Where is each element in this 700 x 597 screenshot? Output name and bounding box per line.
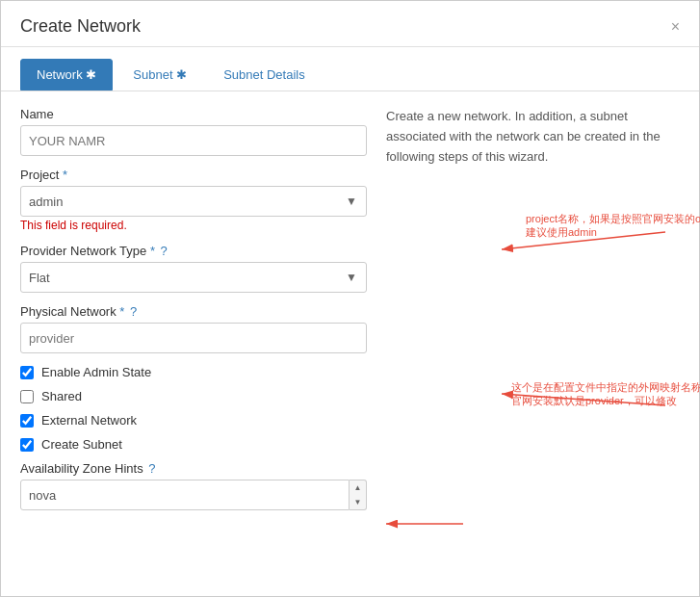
external-network-group: External Network bbox=[20, 413, 367, 428]
provider-network-type-star: * bbox=[150, 244, 155, 258]
name-input[interactable] bbox=[20, 125, 367, 156]
availability-zone-scroll[interactable]: ▲ ▼ bbox=[350, 480, 367, 510]
provider-network-type-group: Provider Network Type * ? Flat VLAN VXLA… bbox=[20, 244, 367, 293]
shared-label[interactable]: Shared bbox=[41, 389, 82, 403]
svg-text:这个是在配置文件中指定的外网映射名称: 这个是在配置文件中指定的外网映射名称 bbox=[511, 381, 700, 393]
tab-subnet-star: ✱ bbox=[176, 67, 187, 82]
annotations-svg: project名称，如果是按照官网安装的openstack 建议使用admin … bbox=[367, 107, 700, 597]
modal-header: Create Network × bbox=[1, 1, 699, 47]
project-required-star: * bbox=[63, 168, 67, 182]
scroll-up-icon: ▲ bbox=[354, 483, 362, 492]
create-subnet-checkbox[interactable] bbox=[20, 438, 34, 452]
physical-network-star: * bbox=[119, 304, 124, 319]
svg-text:官网安装默认是provider，可以修改: 官网安装默认是provider，可以修改 bbox=[511, 395, 677, 406]
scroll-down-icon: ▼ bbox=[354, 498, 362, 506]
create-subnet-group: Create Subnet bbox=[20, 437, 367, 452]
shared-group: Shared bbox=[20, 389, 367, 403]
create-subnet-label[interactable]: Create Subnet bbox=[41, 437, 122, 452]
tab-subnet-details[interactable]: Subnet Details bbox=[207, 59, 322, 91]
svg-text:建议使用admin: 建议使用admin bbox=[525, 226, 597, 238]
info-section: Create a new network. In addition, a sub… bbox=[386, 107, 680, 522]
project-group: Project * admin ▼ This field is required… bbox=[20, 168, 367, 232]
enable-admin-state-group: Enable Admin State bbox=[20, 365, 367, 379]
tab-subnet[interactable]: Subnet ✱ bbox=[117, 59, 203, 91]
provider-network-type-select[interactable]: Flat VLAN VXLAN GRE bbox=[20, 262, 367, 293]
provider-network-type-help-icon[interactable]: ? bbox=[161, 244, 168, 258]
external-network-label[interactable]: External Network bbox=[41, 413, 137, 428]
enable-admin-state-checkbox[interactable] bbox=[20, 366, 34, 379]
physical-network-label: Physical Network * ? bbox=[20, 304, 367, 319]
availability-zone-input[interactable] bbox=[20, 480, 350, 510]
availability-zone-label: Availability Zone Hints ? bbox=[20, 461, 367, 476]
physical-network-group: Physical Network * ? bbox=[20, 304, 367, 353]
physical-network-help-icon[interactable]: ? bbox=[130, 304, 137, 319]
tab-network[interactable]: Network ✱ bbox=[20, 59, 113, 91]
form-section: Name Project * admin ▼ This field is req… bbox=[20, 107, 367, 522]
enable-admin-state-label[interactable]: Enable Admin State bbox=[41, 365, 151, 379]
availability-zone-group: Availability Zone Hints ? ▲ ▼ bbox=[20, 461, 367, 510]
shared-checkbox[interactable] bbox=[20, 390, 34, 403]
provider-network-type-label: Provider Network Type * ? bbox=[20, 244, 367, 258]
create-network-modal: Create Network × Network ✱ Subnet ✱ Subn… bbox=[0, 0, 700, 597]
tab-bar: Network ✱ Subnet ✱ Subnet Details bbox=[1, 47, 699, 91]
modal-body: Name Project * admin ▼ This field is req… bbox=[1, 91, 699, 537]
tab-subnet-details-label: Subnet Details bbox=[223, 67, 305, 82]
tab-subnet-label: Subnet bbox=[133, 67, 172, 82]
modal-title: Create Network bbox=[20, 16, 141, 37]
physical-network-input[interactable] bbox=[20, 323, 367, 353]
project-select[interactable]: admin bbox=[20, 186, 367, 217]
close-button[interactable]: × bbox=[671, 19, 680, 35]
tab-network-label: Network bbox=[37, 67, 83, 82]
availability-zone-wrap: ▲ ▼ bbox=[20, 480, 367, 510]
name-group: Name bbox=[20, 107, 367, 156]
project-select-wrap: admin ▼ bbox=[20, 186, 367, 217]
provider-network-type-select-wrap: Flat VLAN VXLAN GRE ▼ bbox=[20, 262, 367, 293]
external-network-checkbox[interactable] bbox=[20, 414, 34, 428]
project-error: This field is required. bbox=[20, 219, 367, 232]
availability-zone-help-icon[interactable]: ? bbox=[148, 461, 155, 476]
project-label: Project * bbox=[20, 168, 367, 182]
svg-line-4 bbox=[502, 394, 665, 405]
info-description: Create a new network. In addition, a sub… bbox=[386, 107, 680, 167]
name-label: Name bbox=[20, 107, 367, 121]
svg-text:project名称，如果是按照官网安装的openstack: project名称，如果是按照官网安装的openstack bbox=[526, 213, 700, 224]
tab-network-star: ✱ bbox=[86, 67, 96, 82]
svg-line-1 bbox=[502, 232, 665, 249]
